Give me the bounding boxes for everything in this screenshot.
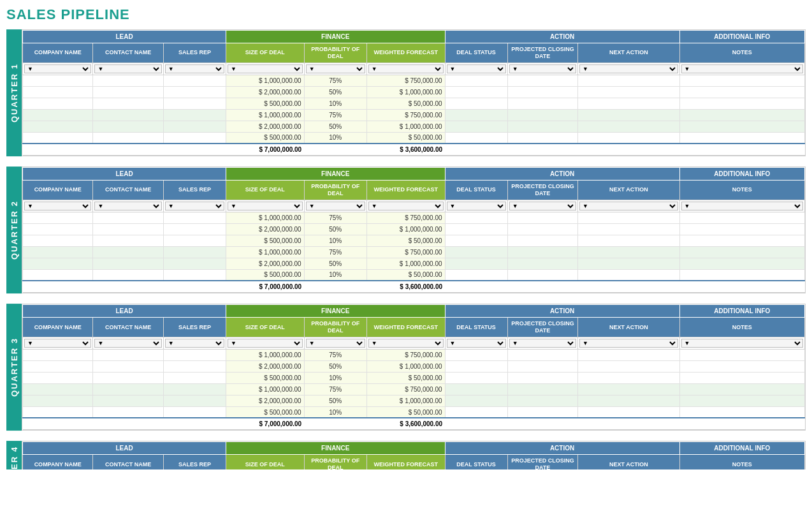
cell-notes [679,383,804,395]
col-notes: NOTES [679,43,804,63]
col-deal-status: DEAL STATUS [445,181,507,200]
cell-contact [93,75,163,86]
dropdown-size[interactable]: ▼ [226,63,305,75]
cell-dealstatus [445,360,507,372]
select-contact[interactable]: ▼ [94,202,161,211]
select-weighted[interactable]: ▼ [368,339,444,348]
select-company[interactable]: ▼ [24,64,91,73]
select-projdate[interactable]: ▼ [509,64,576,73]
col-projected-closing-date: PROJECTED CLOSING DATE [507,318,577,337]
cell-projdate [507,395,577,406]
select-contact[interactable]: ▼ [94,339,161,348]
cell-weighted: $ 1,000,000.00 [366,360,445,372]
select-prob[interactable]: ▼ [306,64,365,73]
select-dealstatus[interactable]: ▼ [447,202,506,211]
cell-salesrep [163,132,226,144]
select-projdate[interactable]: ▼ [509,202,576,211]
cell-notes [679,372,804,383]
select-salesrep[interactable]: ▼ [165,64,224,73]
dropdown-contact[interactable]: ▼ [93,200,163,212]
dropdown-nextaction[interactable]: ▼ [578,200,680,212]
select-size[interactable]: ▼ [228,202,303,211]
dropdown-company[interactable]: ▼ [23,63,93,75]
dropdown-dealstatus[interactable]: ▼ [445,337,507,349]
cell-notes [679,212,804,223]
select-weighted[interactable]: ▼ [368,202,444,211]
dropdown-weighted[interactable]: ▼ [366,337,445,349]
dropdown-prob[interactable]: ▼ [304,200,366,212]
total-label [23,144,226,156]
cell-weighted: $ 750,000.00 [366,75,445,86]
dropdown-contact[interactable]: ▼ [93,63,163,75]
dropdown-prob[interactable]: ▼ [304,63,366,75]
cat-action: ACTION [445,305,679,318]
cell-salesrep [163,223,226,235]
cell-projdate [507,98,577,109]
table-container-q2: LEAD FINANCE ACTION ADDITIONAL INFO COMP… [22,166,806,293]
dropdown-dealstatus[interactable]: ▼ [445,200,507,212]
table-row: $ 1,000,000.00 75% $ 750,000.00 [23,349,805,360]
dropdown-salesrep[interactable]: ▼ [163,63,226,75]
select-salesrep[interactable]: ▼ [165,202,224,211]
select-size[interactable]: ▼ [228,64,303,73]
cell-weighted: $ 50,000.00 [366,406,445,418]
cat-action: ACTION [445,31,679,43]
dropdown-size[interactable]: ▼ [226,200,305,212]
total-rest [445,144,804,156]
cat-action: ACTION [445,442,679,455]
select-contact[interactable]: ▼ [94,64,161,73]
dropdown-notes[interactable]: ▼ [679,200,804,212]
dropdown-salesrep[interactable]: ▼ [163,337,226,349]
dropdown-projdate[interactable]: ▼ [507,337,577,349]
dropdown-notes[interactable]: ▼ [679,63,804,75]
select-nextaction[interactable]: ▼ [579,64,678,73]
table-row: $ 2,000,000.00 50% $ 1,000,000.00 [23,223,805,235]
cell-contact [93,406,163,418]
cell-contact [93,360,163,372]
select-nextaction[interactable]: ▼ [579,202,678,211]
dropdown-weighted[interactable]: ▼ [366,200,445,212]
cell-contact [93,246,163,258]
select-weighted[interactable]: ▼ [368,64,444,73]
dropdown-contact[interactable]: ▼ [93,337,163,349]
select-prob[interactable]: ▼ [306,202,365,211]
select-nextaction[interactable]: ▼ [579,339,678,348]
quarter-section-q4: QUARTER 4 [6,441,806,469]
select-dealstatus[interactable]: ▼ [447,64,506,73]
cell-dealstatus [445,212,507,223]
dropdown-company[interactable]: ▼ [23,337,93,349]
select-projdate[interactable]: ▼ [509,339,576,348]
dropdown-notes[interactable]: ▼ [679,337,804,349]
total-prob-empty [304,418,366,430]
dropdown-dealstatus[interactable]: ▼ [445,63,507,75]
select-prob[interactable]: ▼ [306,339,365,348]
col-weighted-forecast: WEIGHTED FORECAST [366,318,445,337]
table-wrapper-q4: QUARTER 4 [6,441,806,469]
dropdown-salesrep[interactable]: ▼ [163,200,226,212]
select-notes[interactable]: ▼ [681,339,803,348]
select-notes[interactable]: ▼ [681,202,803,211]
select-company[interactable]: ▼ [24,202,91,211]
dropdown-prob[interactable]: ▼ [304,337,366,349]
dropdown-weighted[interactable]: ▼ [366,63,445,75]
select-notes[interactable]: ▼ [681,64,803,73]
dropdown-row: ▼ ▼ ▼ ▼ ▼ ▼ ▼ ▼ ▼ ▼ [23,63,805,75]
dropdown-size[interactable]: ▼ [226,337,305,349]
select-company[interactable]: ▼ [24,339,91,348]
cell-company [23,212,93,223]
dropdown-nextaction[interactable]: ▼ [578,337,680,349]
cell-dealstatus [445,235,507,246]
dropdown-projdate[interactable]: ▼ [507,200,577,212]
select-dealstatus[interactable]: ▼ [447,339,506,348]
cell-salesrep [163,212,226,223]
cell-nextaction [578,235,680,246]
table-container-q3: LEAD FINANCE ACTION ADDITIONAL INFO COMP… [22,304,806,431]
cell-nextaction [578,372,680,383]
dropdown-projdate[interactable]: ▼ [507,63,577,75]
col-sales-rep: SALES REP [163,318,226,337]
dropdown-company[interactable]: ▼ [23,200,93,212]
select-salesrep[interactable]: ▼ [165,339,224,348]
dropdown-nextaction[interactable]: ▼ [578,63,680,75]
select-size[interactable]: ▼ [228,339,303,348]
total-size: $ 7,000,000.00 [226,144,305,156]
